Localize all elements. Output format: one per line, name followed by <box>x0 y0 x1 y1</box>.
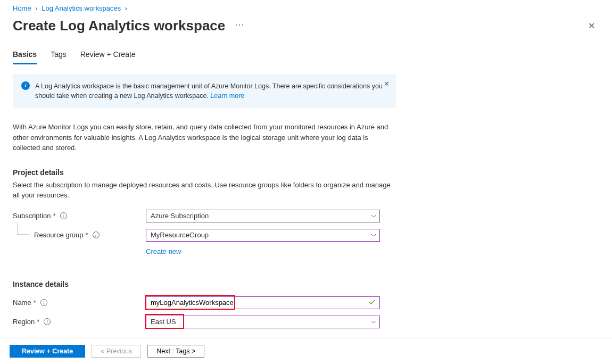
tab-review[interactable]: Review + Create <box>80 50 136 64</box>
required-indicator: * <box>37 318 39 326</box>
tabs: Basics Tags Review + Create <box>13 50 599 64</box>
project-details-title: Project details <box>13 168 396 177</box>
more-icon[interactable]: ⋯ <box>235 19 245 30</box>
tab-basics[interactable]: Basics <box>13 50 37 64</box>
breadcrumb-home[interactable]: Home <box>13 4 31 12</box>
chevron-right-icon: › <box>125 4 127 12</box>
name-label: Name <box>13 299 31 307</box>
subscription-value: Azure Subscription <box>151 212 209 220</box>
indent-connector <box>17 222 29 235</box>
learn-more-link[interactable]: Learn more <box>210 92 244 100</box>
region-value: East US <box>151 318 176 326</box>
tab-tags[interactable]: Tags <box>51 50 67 64</box>
resource-group-label: Resource group <box>34 231 84 239</box>
info-circle-icon[interactable]: i <box>40 299 47 306</box>
dismiss-icon[interactable]: ✕ <box>384 79 390 89</box>
breadcrumb-workspaces[interactable]: Log Analytics workspaces <box>42 4 121 12</box>
info-banner: i A Log Analytics workspace is the basic… <box>13 74 396 108</box>
region-label: Region <box>13 318 35 326</box>
required-indicator: * <box>53 212 56 220</box>
resource-group-select[interactable]: MyResourceGroup <box>146 229 380 242</box>
required-indicator: * <box>86 231 88 239</box>
intro-text: With Azure Monitor Logs you can easily s… <box>13 122 396 153</box>
check-icon <box>368 298 376 307</box>
breadcrumb: Home › Log Analytics workspaces › <box>13 2 599 18</box>
subscription-select[interactable]: Azure Subscription <box>146 210 380 222</box>
info-circle-icon[interactable]: i <box>93 231 100 238</box>
info-text: A Log Analytics workspace is the basic m… <box>35 82 383 100</box>
resource-group-value: MyResourceGroup <box>151 231 209 239</box>
instance-details-title: Instance details <box>13 280 396 288</box>
chevron-right-icon: › <box>35 4 37 12</box>
info-icon: i <box>21 81 30 90</box>
info-circle-icon[interactable]: i <box>44 318 51 325</box>
region-select[interactable]: East US <box>146 316 380 328</box>
page-title: Create Log Analytics workspace <box>13 18 225 34</box>
close-icon[interactable]: ✕ <box>584 19 599 33</box>
project-details-desc: Select the subscription to manage deploy… <box>13 180 396 201</box>
info-circle-icon[interactable]: i <box>60 212 67 219</box>
name-input[interactable] <box>146 296 380 309</box>
create-new-link[interactable]: Create new <box>146 247 181 255</box>
required-indicator: * <box>34 299 36 307</box>
subscription-label: Subscription <box>13 212 51 220</box>
